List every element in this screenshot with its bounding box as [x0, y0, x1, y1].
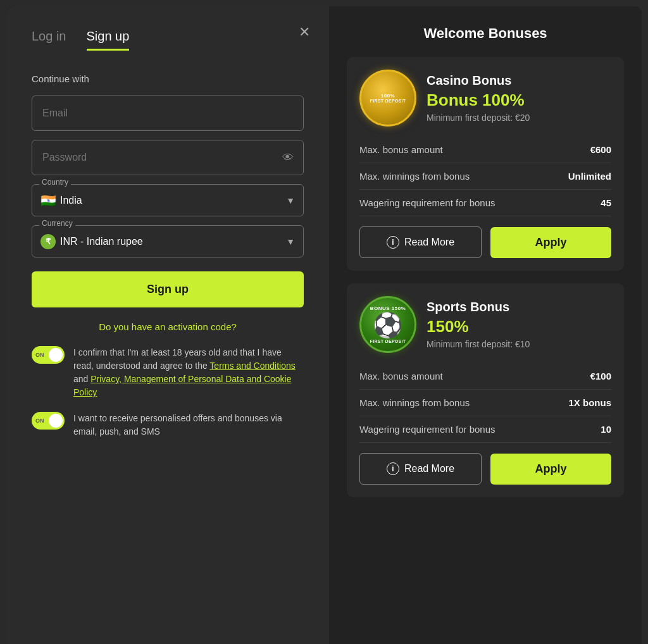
tab-row: Log in Sign up	[32, 29, 304, 51]
casino-read-more-label: Read More	[404, 237, 454, 248]
casino-row-3: Wagering requirement for bonus 45	[359, 190, 611, 216]
casino-row-3-label: Wagering requirement for bonus	[359, 197, 495, 208]
tab-login[interactable]: Log in	[32, 29, 66, 51]
casino-badge: 100% FIRST DEPOSIT	[359, 70, 416, 127]
casino-bonus-header: 100% FIRST DEPOSIT Casino Bonus Bonus 10…	[359, 70, 611, 127]
continue-with-label: Continue with	[32, 73, 304, 84]
toggle-knob2	[49, 414, 63, 428]
info-icon-2: i	[387, 462, 399, 475]
sports-bonus-actions: i Read More Apply	[359, 453, 611, 485]
close-button[interactable]: ✕	[299, 25, 310, 39]
email-field[interactable]	[32, 96, 304, 131]
right-panel: Welcome Bonuses 100% FIRST DEPOSIT Casin…	[329, 6, 642, 644]
privacy-link[interactable]: Privacy, Management of Personal Data and…	[73, 374, 292, 397]
main-container: ✕ Log in Sign up Continue with 👁 Country…	[6, 6, 642, 644]
casino-bonus-name: Casino Bonus	[427, 73, 530, 88]
toggle-age-row: ON I confirm that I'm at least 18 years …	[32, 346, 304, 399]
welcome-title: Welcome Bonuses	[347, 25, 624, 42]
casino-bonus-actions: i Read More Apply	[359, 226, 611, 258]
sports-badge-top-text: BONUS 150%	[370, 306, 406, 311]
password-field[interactable]	[32, 140, 304, 175]
left-panel: ✕ Log in Sign up Continue with 👁 Country…	[6, 6, 329, 644]
offers-toggle[interactable]: ON	[32, 412, 65, 430]
sports-bonus-min-deposit: Minimum first deposit: €10	[427, 339, 530, 349]
casino-row-2-value: Unlimited	[568, 171, 611, 182]
country-label: Country	[39, 178, 71, 187]
casino-apply-button[interactable]: Apply	[490, 227, 611, 258]
casino-bonus-min-deposit: Minimum first deposit: €20	[427, 113, 530, 123]
sports-bonus-info: Sports Bonus 150% Minimum first deposit:…	[427, 300, 530, 349]
terms-link[interactable]: Terms and Conditions	[209, 361, 295, 371]
toggle-offers-row: ON I want to receive personalised offers…	[32, 412, 304, 438]
sports-badge-sub: FIRST DEPOSIT	[370, 339, 406, 344]
sports-apply-button[interactable]: Apply	[490, 454, 611, 485]
age-toggle[interactable]: ON	[32, 346, 65, 364]
sports-row-3: Wagering requirement for bonus 10	[359, 416, 611, 443]
signup-button[interactable]: Sign up	[32, 271, 304, 307]
toggle-knob	[49, 348, 63, 362]
sports-row-3-value: 10	[601, 424, 611, 435]
sports-row-2-value: 1X bonus	[568, 397, 611, 408]
age-confirm-text: I confirm that I'm at least 18 years old…	[73, 346, 304, 399]
country-wrapper: Country 🇮🇳 India ▼	[32, 184, 304, 216]
sports-row-2-label: Max. winnings from bonus	[359, 397, 470, 408]
casino-row-1-value: €600	[590, 144, 611, 155]
casino-row-2: Max. winnings from bonus Unlimited	[359, 163, 611, 190]
casino-bonus-info: Casino Bonus Bonus 100% Minimum first de…	[427, 73, 530, 123]
casino-badge-top-text: 100%	[381, 93, 395, 99]
toggle-on-label2: ON	[35, 418, 44, 424]
currency-wrapper: Currency ₹ INR - Indian rupee ▼	[32, 225, 304, 257]
sports-row-1-label: Max. bonus amount	[359, 371, 443, 381]
eye-icon[interactable]: 👁	[282, 151, 294, 164]
sports-bonus-card: BONUS 150% ⚽ FIRST DEPOSIT Sports Bonus …	[347, 283, 624, 497]
casino-row-1-label: Max. bonus amount	[359, 144, 443, 155]
activation-code-text[interactable]: Do you have an activation code?	[32, 321, 304, 332]
sports-row-2: Max. winnings from bonus 1X bonus	[359, 390, 611, 416]
casino-row-1: Max. bonus amount €600	[359, 137, 611, 163]
sports-read-more-label: Read More	[404, 463, 454, 474]
sports-row-1: Max. bonus amount €100	[359, 363, 611, 390]
offers-text: I want to receive personalised offers an…	[73, 412, 304, 438]
tab-signup[interactable]: Sign up	[87, 29, 130, 51]
casino-row-3-value: 45	[601, 197, 611, 208]
password-wrapper: 👁	[32, 140, 304, 175]
soccer-ball-icon: ⚽	[373, 311, 402, 339]
sports-bonus-header: BONUS 150% ⚽ FIRST DEPOSIT Sports Bonus …	[359, 296, 611, 353]
casino-badge-sub: FIRST DEPOSIT	[370, 99, 406, 103]
casino-bonus-percent: Bonus 100%	[427, 90, 530, 110]
sports-row-1-value: €100	[590, 371, 611, 381]
casino-bonus-card: 100% FIRST DEPOSIT Casino Bonus Bonus 10…	[347, 57, 624, 271]
sports-row-3-label: Wagering requirement for bonus	[359, 424, 495, 435]
sports-bonus-name: Sports Bonus	[427, 300, 530, 314]
casino-row-2-label: Max. winnings from bonus	[359, 171, 470, 182]
info-icon: i	[387, 236, 399, 249]
sports-bonus-percent: 150%	[427, 317, 530, 337]
toggle-on-label: ON	[35, 352, 44, 358]
currency-label: Currency	[39, 219, 75, 228]
country-select[interactable]: India	[32, 184, 304, 216]
sports-read-more-button[interactable]: i Read More	[359, 453, 482, 485]
sports-badge: BONUS 150% ⚽ FIRST DEPOSIT	[359, 296, 416, 353]
casino-read-more-button[interactable]: i Read More	[359, 226, 482, 258]
currency-select[interactable]: INR - Indian rupee	[32, 225, 304, 257]
